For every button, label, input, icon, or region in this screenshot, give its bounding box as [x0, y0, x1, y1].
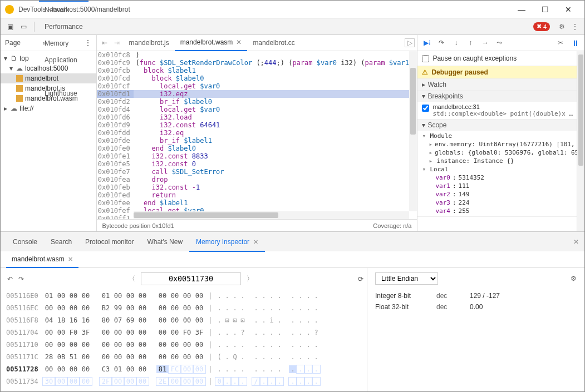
code-line[interactable]: 0x010fea drop [97, 176, 417, 183]
tree-file-mandelbrot[interactable]: mandelbrot [1, 73, 96, 83]
code-line[interactable]: 0x010fed return [97, 191, 417, 199]
settings-gear-icon[interactable]: ⚙ [555, 21, 568, 33]
tree-top[interactable]: ▾🗋 top [1, 53, 96, 63]
scope-var[interactable]: var3: 224 [422, 199, 580, 207]
code-view[interactable]: 0x010fc8)0x010fc9(func $SDL_SetRenderDra… [97, 51, 417, 219]
code-line[interactable]: 0x010fe1 i32.const 8833 [97, 152, 417, 160]
main-tab-performance[interactable]: Performance [39, 18, 89, 35]
hex-grid[interactable]: 005116E0010000000100000000000000|.......… [6, 290, 367, 388]
section-scope[interactable]: ▾Scope [417, 120, 584, 131]
code-line[interactable]: 0x010fd4 local.get $var0 [97, 106, 417, 113]
drawer-tab[interactable]: Protocol monitor [78, 232, 140, 252]
scope-instance[interactable]: ▸instance: Instance {} [422, 157, 580, 165]
code-line[interactable]: 0x010fcb block $label1 [97, 67, 417, 75]
nav-fwd-icon[interactable]: ⇥ [111, 39, 122, 47]
code-line[interactable]: 0x010fcf local.get $var0 [97, 82, 417, 90]
step-button[interactable]: → [480, 38, 490, 48]
kebab-menu-icon[interactable]: ⋮ [569, 21, 581, 33]
prev-page-icon[interactable]: 〈 [129, 274, 135, 284]
section-watch[interactable]: ▸Watch [417, 79, 584, 90]
breakpoint-item[interactable]: mandelbrot.cc:31 std::complex<double> po… [417, 102, 584, 119]
code-line[interactable]: 0x010feb i32.const -1 [97, 183, 417, 191]
hex-row[interactable]: 005117040000F03F000000000000F03F|...?...… [6, 326, 367, 339]
code-line[interactable]: 0x010fd9 i32.const 64641 [97, 121, 417, 129]
next-page-icon[interactable]: 〉 [247, 274, 253, 284]
hex-row[interactable]: 005116F8041816168007690000000000|.⊡⊡⊡..i… [6, 314, 367, 326]
undo-icon[interactable]: ↶ [7, 275, 13, 283]
hex-row[interactable]: 005116EC00000000B299000000000000|.......… [6, 302, 367, 314]
scope-module[interactable]: ▾Module [422, 132, 580, 140]
code-line[interactable]: 0x010fd6 i32.load [97, 113, 417, 121]
code-line[interactable]: 0x010fe7 call $SDL_SetError [97, 168, 417, 176]
tree-host[interactable]: ▾☁ localhost:5000 [1, 63, 96, 73]
source-tab[interactable]: mandelbrot.js [124, 35, 175, 51]
drawer-tab[interactable]: Console [6, 232, 44, 252]
endian-select[interactable]: Little Endian [375, 272, 438, 285]
scope-var[interactable]: var4: 255 [422, 207, 580, 215]
resume-button[interactable]: ▶⁞ [422, 38, 432, 48]
inspect-icon[interactable]: ▣ [4, 21, 16, 33]
scope-globals[interactable]: ▸globals: {global0: 5306976, global1: 65… [422, 148, 580, 157]
code-line[interactable]: 0x010fc9(func $SDL_SetRenderDrawColor (;… [97, 59, 417, 67]
refresh-icon[interactable]: ⟳ [358, 275, 363, 283]
hex-row[interactable]: 0051171C280B51000000000000000000|(.Q....… [6, 351, 367, 363]
hex-row[interactable]: 00511734300000002F0000002E000000|0.../..… [6, 375, 367, 388]
main-tab-network[interactable]: Network [39, 2, 89, 18]
window-maximize[interactable]: ☐ [533, 2, 557, 17]
navigator-more-icon[interactable]: ⋮ [84, 38, 92, 47]
script-blackbox-button[interactable]: ✂ [555, 38, 566, 48]
code-line[interactable]: 0x010fcd block $label0 [97, 75, 417, 82]
mi-tab-close-icon[interactable]: ✕ [68, 251, 73, 267]
drawer-close-icon[interactable]: ✕ [573, 238, 579, 246]
tree-file-mandelbrot-js[interactable]: mandelbrot.js [1, 83, 96, 93]
code-line[interactable]: 0x010fd1 i32.eqz [97, 90, 417, 98]
step-over-button[interactable]: ↷ [436, 38, 446, 48]
drawer-tab[interactable]: Search [44, 232, 78, 252]
navigator-dropdown[interactable]: Page [5, 39, 43, 47]
close-icon[interactable]: ✕ [236, 38, 242, 46]
window-close[interactable]: ✕ [557, 2, 580, 17]
value-settings-icon[interactable]: ⚙ [571, 275, 577, 282]
pause-button[interactable]: ⏸ [570, 38, 580, 48]
nav-back-icon[interactable]: ⇤ [99, 39, 110, 47]
chevron-right-icon[interactable]: » [43, 39, 46, 46]
pause-caught-checkbox[interactable] [422, 55, 429, 62]
scope-var[interactable]: var0: 5314352 [422, 173, 580, 182]
redo-icon[interactable]: ↷ [18, 275, 24, 283]
code-line[interactable]: 0x010fc8) [97, 51, 417, 59]
window-minimize[interactable]: — [510, 2, 533, 17]
device-icon[interactable]: ▭ [17, 21, 30, 33]
code-line[interactable]: 0x010fee end $label1 [97, 199, 417, 207]
code-h-scrollbar[interactable] [134, 211, 410, 219]
drawer-tab[interactable]: What's New [140, 232, 189, 252]
code-line[interactable]: 0x010fde br_if $label1 [97, 137, 417, 145]
mi-tab[interactable]: mandelbrot.wasm✕ [6, 251, 78, 268]
address-input[interactable] [141, 272, 241, 285]
debugger-scrollbar[interactable] [577, 51, 584, 231]
tree-file-mandelbrot-wasm[interactable]: mandelbrot.wasm [1, 93, 96, 103]
code-line[interactable]: 0x010fd2 br_if $label0 [97, 98, 417, 106]
pause-on-exceptions[interactable]: Pause on caught exceptions [417, 51, 584, 66]
step-out-button[interactable]: ↑ [465, 38, 475, 48]
scope-memory[interactable]: ▸env.memory: Uint8Array(16777216) [101, … [422, 140, 580, 148]
code-v-scrollbar[interactable] [409, 51, 417, 211]
step-into-button[interactable]: ↓ [451, 38, 461, 48]
deactivate-bp-button[interactable]: ⤳ [494, 38, 504, 48]
scope-var[interactable]: var2: 149 [422, 190, 580, 199]
scope-local[interactable]: ▾Local [422, 165, 580, 173]
code-line[interactable]: 0x010fe0 end $label0 [97, 145, 417, 152]
source-tab[interactable]: mandelbrot.cc [247, 35, 300, 51]
code-line[interactable]: 0x010fdd i32.eq [97, 129, 417, 137]
error-count-badge[interactable]: ✖ 4 [533, 22, 550, 31]
hex-row[interactable]: 00511710000000000000000000000000|.......… [6, 339, 367, 351]
close-icon[interactable]: ✕ [253, 239, 258, 245]
scope-var[interactable]: var1: 111 [422, 182, 580, 190]
tree-file-scheme[interactable]: ▸☁ file:// [1, 103, 96, 113]
hex-row[interactable]: 005116E0010000000100000000000000|.......… [6, 290, 367, 302]
hex-row[interactable]: 0051172800000000C301000081FC0000|.......… [6, 363, 367, 375]
play-icon[interactable]: ▷ [405, 38, 415, 47]
section-breakpoints[interactable]: ▾Breakpoints [417, 91, 584, 102]
drawer-tab[interactable]: Memory Inspector ✕ [189, 232, 265, 252]
bp-checkbox[interactable] [422, 105, 429, 112]
code-line[interactable]: 0x010fe5 i32.const 0 [97, 160, 417, 168]
